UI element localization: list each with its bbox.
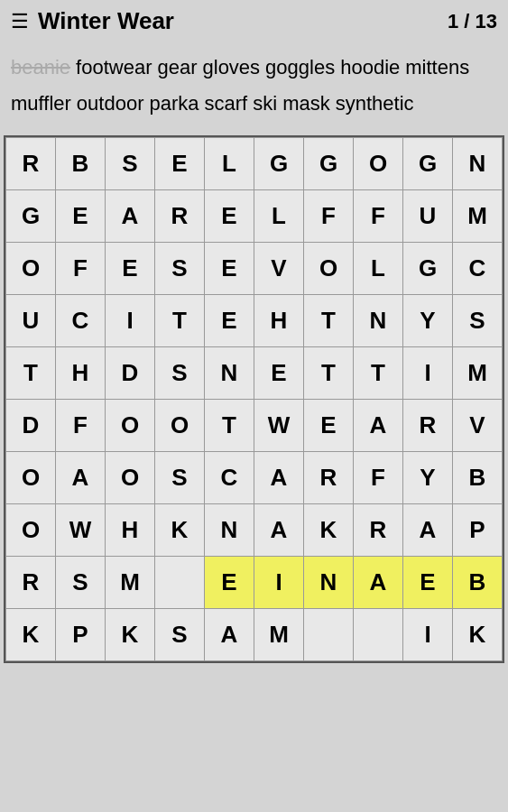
grid-cell[interactable]: N bbox=[304, 557, 354, 609]
grid-cell[interactable]: A bbox=[106, 190, 155, 243]
grid-cell[interactable]: U bbox=[403, 190, 453, 243]
grid-cell[interactable]: E bbox=[155, 138, 205, 190]
grid-cell[interactable] bbox=[155, 557, 205, 609]
grid-cell[interactable]: F bbox=[354, 452, 403, 504]
grid-cell[interactable]: N bbox=[453, 138, 503, 190]
grid-cell[interactable]: A bbox=[403, 504, 453, 557]
word-search-grid[interactable]: RBSELGGOGNGEARELFFUMOFESEVOLGCUCITEHTNYS… bbox=[4, 135, 504, 663]
grid-cell[interactable]: F bbox=[354, 190, 403, 243]
menu-icon[interactable]: ☰ bbox=[11, 10, 29, 33]
grid-cell[interactable]: S bbox=[106, 138, 155, 190]
grid-cell[interactable]: E bbox=[205, 190, 254, 243]
grid-cell[interactable]: K bbox=[453, 609, 503, 661]
grid-cell[interactable]: C bbox=[453, 243, 503, 295]
grid-cell[interactable]: B bbox=[453, 452, 503, 504]
grid-cell[interactable]: Y bbox=[403, 452, 453, 504]
grid-cell[interactable]: T bbox=[304, 347, 354, 400]
grid-cell[interactable]: F bbox=[56, 243, 106, 295]
grid-cell[interactable]: S bbox=[155, 609, 205, 661]
grid-cell[interactable]: A bbox=[354, 557, 403, 609]
grid-cell[interactable]: C bbox=[205, 452, 254, 504]
grid-cell[interactable]: O bbox=[6, 504, 56, 557]
grid-cell[interactable]: I bbox=[254, 557, 304, 609]
grid-cell[interactable]: A bbox=[56, 452, 106, 504]
grid-cell[interactable]: O bbox=[155, 400, 205, 452]
grid-cell[interactable]: H bbox=[106, 504, 155, 557]
grid-cell[interactable]: S bbox=[453, 295, 503, 347]
grid-cell[interactable]: U bbox=[6, 295, 56, 347]
grid-cell[interactable]: M bbox=[254, 609, 304, 661]
grid-cell[interactable]: G bbox=[254, 138, 304, 190]
grid-cell[interactable]: L bbox=[205, 138, 254, 190]
grid-cell[interactable]: A bbox=[205, 609, 254, 661]
grid-cell[interactable]: O bbox=[304, 243, 354, 295]
grid-cell[interactable]: E bbox=[106, 243, 155, 295]
grid-cell[interactable]: A bbox=[254, 452, 304, 504]
grid-cell[interactable]: K bbox=[304, 504, 354, 557]
grid-cell[interactable]: E bbox=[205, 243, 254, 295]
grid-cell[interactable]: O bbox=[106, 452, 155, 504]
grid-cell[interactable]: B bbox=[453, 557, 503, 609]
grid-cell[interactable]: P bbox=[453, 504, 503, 557]
grid-cell[interactable]: H bbox=[56, 347, 106, 400]
grid-cell[interactable]: R bbox=[6, 557, 56, 609]
grid-cell[interactable]: G bbox=[403, 243, 453, 295]
grid-cell[interactable]: E bbox=[403, 557, 453, 609]
grid-cell[interactable]: T bbox=[6, 347, 56, 400]
grid-cell[interactable]: G bbox=[6, 190, 56, 243]
grid-cell[interactable]: B bbox=[56, 138, 106, 190]
grid-cell[interactable]: E bbox=[205, 557, 254, 609]
grid-cell[interactable]: E bbox=[254, 347, 304, 400]
grid-cell[interactable]: S bbox=[155, 347, 205, 400]
grid-cell[interactable]: C bbox=[56, 295, 106, 347]
grid-cell[interactable]: Y bbox=[403, 295, 453, 347]
grid-cell[interactable]: M bbox=[453, 190, 503, 243]
grid-cell[interactable]: O bbox=[6, 243, 56, 295]
grid-cell[interactable]: T bbox=[354, 347, 403, 400]
grid-cell[interactable]: S bbox=[155, 243, 205, 295]
grid-cell[interactable]: L bbox=[254, 190, 304, 243]
grid-cell[interactable]: R bbox=[354, 504, 403, 557]
grid-cell[interactable]: A bbox=[354, 400, 403, 452]
grid-cell[interactable]: D bbox=[106, 347, 155, 400]
grid-cell[interactable]: H bbox=[254, 295, 304, 347]
grid-cell[interactable]: F bbox=[56, 400, 106, 452]
grid-cell[interactable]: W bbox=[56, 504, 106, 557]
grid-cell[interactable]: M bbox=[453, 347, 503, 400]
grid-cell[interactable]: E bbox=[56, 190, 106, 243]
grid-cell[interactable]: I bbox=[403, 609, 453, 661]
grid-cell[interactable]: P bbox=[56, 609, 106, 661]
grid-cell[interactable]: V bbox=[453, 400, 503, 452]
grid-cell[interactable]: W bbox=[254, 400, 304, 452]
grid-cell[interactable]: L bbox=[354, 243, 403, 295]
grid-cell[interactable]: N bbox=[205, 347, 254, 400]
grid-cell[interactable]: E bbox=[304, 400, 354, 452]
grid-cell[interactable]: T bbox=[304, 295, 354, 347]
grid-cell[interactable]: O bbox=[106, 400, 155, 452]
grid-cell[interactable]: M bbox=[106, 557, 155, 609]
grid-cell[interactable]: D bbox=[6, 400, 56, 452]
grid-cell[interactable]: I bbox=[106, 295, 155, 347]
grid-cell[interactable]: R bbox=[6, 138, 56, 190]
grid-cell[interactable]: K bbox=[155, 504, 205, 557]
grid-cell[interactable]: O bbox=[354, 138, 403, 190]
grid-cell[interactable]: E bbox=[205, 295, 254, 347]
grid-cell[interactable]: A bbox=[254, 504, 304, 557]
grid-cell[interactable]: O bbox=[6, 452, 56, 504]
grid-cell[interactable]: F bbox=[304, 190, 354, 243]
grid-cell[interactable]: R bbox=[155, 190, 205, 243]
grid-cell[interactable]: R bbox=[403, 400, 453, 452]
grid-cell[interactable]: G bbox=[304, 138, 354, 190]
grid-cell[interactable]: N bbox=[205, 504, 254, 557]
grid-cell[interactable]: T bbox=[205, 400, 254, 452]
grid-cell[interactable]: K bbox=[106, 609, 155, 661]
grid-cell[interactable]: S bbox=[155, 452, 205, 504]
grid-cell[interactable]: S bbox=[56, 557, 106, 609]
grid-cell[interactable]: T bbox=[155, 295, 205, 347]
grid-cell[interactable]: I bbox=[403, 347, 453, 400]
grid-cell[interactable] bbox=[354, 609, 403, 661]
grid-cell[interactable]: R bbox=[304, 452, 354, 504]
grid-cell[interactable]: V bbox=[254, 243, 304, 295]
grid-cell[interactable] bbox=[304, 609, 354, 661]
grid-cell[interactable]: G bbox=[403, 138, 453, 190]
